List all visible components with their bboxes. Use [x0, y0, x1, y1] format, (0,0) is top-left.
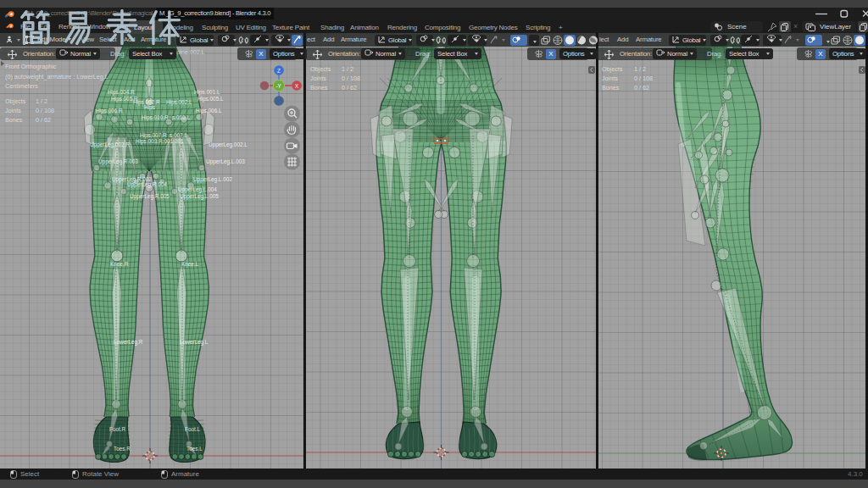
- svg-text:Centimeters: Centimeters: [5, 82, 38, 90]
- svg-text:Hips.010.R: Hips.010.R: [142, 114, 169, 121]
- svg-text:X: X: [295, 83, 299, 89]
- svg-text:LowerLeg.L: LowerLeg.L: [180, 339, 209, 346]
- svg-text:1 / 2: 1 / 2: [36, 97, 47, 105]
- svg-text:Front Orthographic: Front Orthographic: [5, 63, 57, 70]
- svg-text:Hips.004.R: Hips.004.R: [108, 89, 135, 96]
- svg-text:Foot.L: Foot.L: [185, 426, 201, 432]
- svg-text:Hips.006.R: Hips.006.R: [96, 108, 123, 114]
- svg-text:Hips.005.L: Hips.005.L: [198, 96, 224, 103]
- svg-text:Hips.003.R.001.001: Hips.003.R.001.001: [136, 138, 184, 145]
- svg-text:UpperLeg.L.005: UpperLeg.L.005: [180, 193, 219, 200]
- svg-text:Hips.006.L: Hips.006.L: [196, 108, 222, 114]
- svg-text:Joints: Joints: [602, 75, 618, 82]
- svg-text:0 / 108: 0 / 108: [342, 75, 360, 82]
- svg-text:(0) autoweight_armature : Lowe: (0) autoweight_armature : LowerLeg.L: [5, 73, 108, 80]
- svg-text:UpperLeg.R.005: UpperLeg.R.005: [130, 193, 170, 200]
- svg-text:0 / 108: 0 / 108: [36, 107, 54, 114]
- svg-text:UpperLeg.R.003: UpperLeg.R.003: [98, 158, 138, 165]
- svg-text:Joints: Joints: [310, 75, 326, 82]
- svg-text:UpperLeg.L.003: UpperLeg.L.003: [206, 158, 245, 165]
- svg-text:0 / 108: 0 / 108: [634, 75, 653, 82]
- svg-text:Knee.L: Knee.L: [181, 261, 199, 267]
- svg-text:Spine.002.L: Spine.002.L: [173, 49, 204, 56]
- svg-text:UpperLeg.002.R: UpperLeg.002.R: [90, 141, 130, 148]
- svg-text:Hips.001.L: Hips.001.L: [194, 89, 220, 96]
- svg-text:UpperLeg.002.L: UpperLeg.002.L: [209, 141, 248, 148]
- svg-text:UpperLeg.L.002: UpperLeg.L.002: [193, 176, 232, 183]
- svg-text:Knee.R: Knee.R: [110, 261, 129, 267]
- svg-text:Bones: Bones: [5, 116, 23, 124]
- svg-text:0 / 62: 0 / 62: [342, 84, 357, 92]
- svg-text:Toes.L: Toes.L: [186, 446, 203, 452]
- svg-text:UpperLeg.R.004: UpperLeg.R.004: [127, 181, 167, 188]
- svg-text:LowerLeg.R: LowerLeg.R: [114, 339, 143, 346]
- svg-text:Hips.002.L: Hips.002.L: [166, 99, 192, 106]
- svg-text:Foot.R: Foot.R: [109, 426, 126, 432]
- svg-text:0 / 62: 0 / 62: [36, 116, 51, 124]
- svg-text:Joints: Joints: [5, 107, 21, 114]
- svg-text:Toes.R: Toes.R: [114, 446, 131, 452]
- svg-text:Z: Z: [277, 68, 281, 74]
- svg-text:s.010.L: s.010.L: [172, 114, 190, 120]
- svg-text:Bones: Bones: [602, 84, 620, 92]
- svg-text:Objects: Objects: [5, 97, 26, 105]
- svg-text:Objects: Objects: [310, 65, 331, 73]
- svg-text:-Y: -Y: [275, 83, 281, 89]
- svg-text:Bones: Bones: [310, 84, 328, 92]
- svg-text:UpperLeg.L.004: UpperLeg.L.004: [178, 186, 217, 193]
- svg-text:1 / 2: 1 / 2: [342, 65, 353, 73]
- svg-text:1 / 2: 1 / 2: [634, 65, 646, 73]
- svg-text:0 / 62: 0 / 62: [634, 84, 649, 92]
- svg-text:Hips: Hips: [144, 104, 155, 111]
- svg-text:Objects: Objects: [602, 65, 623, 73]
- svg-text:s.007.L: s.007.L: [170, 132, 187, 138]
